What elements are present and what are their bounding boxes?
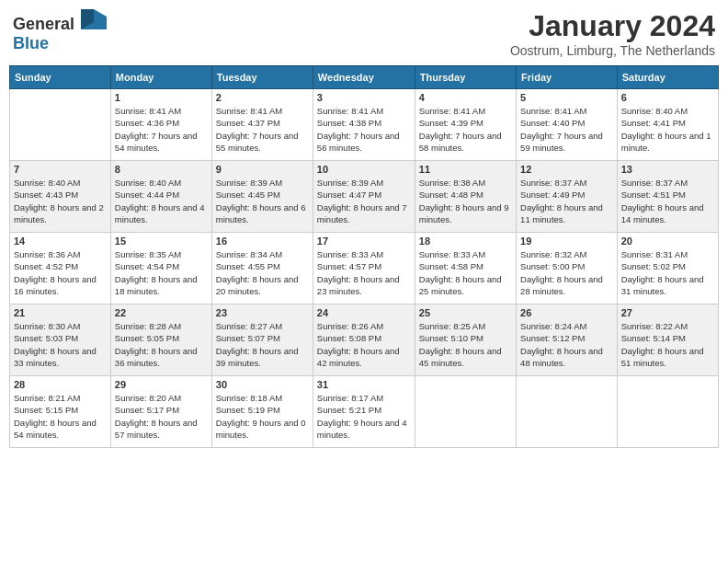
day-info: Sunrise: 8:28 AMSunset: 5:05 PMDaylight:… — [115, 320, 208, 369]
day-info: Sunrise: 8:30 AMSunset: 5:03 PMDaylight:… — [14, 320, 107, 369]
logo-text: General Blue — [13, 9, 107, 53]
calendar-cell: 3Sunrise: 8:41 AMSunset: 4:38 PMDaylight… — [313, 89, 415, 161]
calendar-cell: 26Sunrise: 8:24 AMSunset: 5:12 PMDayligh… — [517, 304, 618, 376]
calendar-cell — [415, 376, 516, 448]
day-info: Sunrise: 8:21 AMSunset: 5:15 PMDaylight:… — [14, 392, 107, 441]
calendar-header-saturday: Saturday — [617, 66, 718, 89]
calendar-week-row: 28Sunrise: 8:21 AMSunset: 5:15 PMDayligh… — [10, 376, 719, 448]
calendar-header-wednesday: Wednesday — [313, 66, 415, 89]
calendar-cell: 21Sunrise: 8:30 AMSunset: 5:03 PMDayligh… — [10, 304, 111, 376]
day-number: 12 — [520, 164, 613, 175]
day-info: Sunrise: 8:35 AMSunset: 4:54 PMDaylight:… — [115, 248, 208, 297]
day-info: Sunrise: 8:18 AMSunset: 5:19 PMDaylight:… — [216, 392, 309, 441]
calendar-cell: 7Sunrise: 8:40 AMSunset: 4:43 PMDaylight… — [10, 161, 111, 233]
calendar-cell: 18Sunrise: 8:33 AMSunset: 4:58 PMDayligh… — [415, 233, 516, 304]
day-info: Sunrise: 8:39 AMSunset: 4:45 PMDaylight:… — [216, 177, 309, 225]
logo: General Blue — [13, 9, 107, 53]
day-number: 21 — [14, 307, 107, 318]
location: Oostrum, Limburg, The Netherlands — [510, 43, 715, 58]
calendar-cell: 28Sunrise: 8:21 AMSunset: 5:15 PMDayligh… — [10, 376, 111, 448]
calendar-cell: 5Sunrise: 8:41 AMSunset: 4:40 PMDaylight… — [517, 89, 618, 161]
day-info: Sunrise: 8:38 AMSunset: 4:48 PMDaylight:… — [419, 177, 512, 225]
day-info: Sunrise: 8:34 AMSunset: 4:55 PMDaylight:… — [216, 248, 309, 297]
day-number: 14 — [14, 236, 107, 247]
day-number: 25 — [419, 307, 512, 318]
day-info: Sunrise: 8:22 AMSunset: 5:14 PMDaylight:… — [621, 320, 714, 369]
day-info: Sunrise: 8:31 AMSunset: 5:02 PMDaylight:… — [621, 248, 714, 297]
page-header: General Blue January 2024 Oostrum, Limbu… — [9, 9, 719, 58]
day-info: Sunrise: 8:27 AMSunset: 5:07 PMDaylight:… — [216, 320, 309, 369]
day-number: 23 — [216, 307, 309, 318]
calendar-header-thursday: Thursday — [415, 66, 516, 89]
calendar-cell: 23Sunrise: 8:27 AMSunset: 5:07 PMDayligh… — [211, 304, 313, 376]
calendar-header-monday: Monday — [110, 66, 211, 89]
day-info: Sunrise: 8:41 AMSunset: 4:37 PMDaylight:… — [216, 105, 309, 154]
calendar-cell: 20Sunrise: 8:31 AMSunset: 5:02 PMDayligh… — [617, 233, 718, 304]
day-number: 31 — [317, 379, 411, 390]
calendar-week-row: 14Sunrise: 8:36 AMSunset: 4:52 PMDayligh… — [10, 233, 719, 304]
calendar-cell: 2Sunrise: 8:41 AMSunset: 4:37 PMDaylight… — [211, 89, 313, 161]
day-info: Sunrise: 8:40 AMSunset: 4:43 PMDaylight:… — [14, 177, 107, 225]
day-info: Sunrise: 8:33 AMSunset: 4:58 PMDaylight:… — [419, 248, 512, 297]
calendar-week-row: 1Sunrise: 8:41 AMSunset: 4:36 PMDaylight… — [10, 89, 719, 161]
calendar-cell: 9Sunrise: 8:39 AMSunset: 4:45 PMDaylight… — [211, 161, 313, 233]
calendar-cell: 25Sunrise: 8:25 AMSunset: 5:10 PMDayligh… — [415, 304, 516, 376]
day-number: 20 — [621, 236, 714, 247]
calendar-cell: 11Sunrise: 8:38 AMSunset: 4:48 PMDayligh… — [415, 161, 516, 233]
calendar-header-sunday: Sunday — [10, 66, 111, 89]
calendar-cell — [517, 376, 618, 448]
day-info: Sunrise: 8:32 AMSunset: 5:00 PMDaylight:… — [520, 248, 613, 297]
day-number: 30 — [216, 379, 309, 390]
calendar-cell: 24Sunrise: 8:26 AMSunset: 5:08 PMDayligh… — [313, 304, 415, 376]
day-info: Sunrise: 8:41 AMSunset: 4:39 PMDaylight:… — [419, 105, 512, 154]
day-number: 16 — [216, 236, 309, 247]
day-number: 5 — [520, 92, 613, 103]
day-number: 28 — [14, 379, 107, 390]
title-section: January 2024 Oostrum, Limburg, The Nethe… — [510, 9, 715, 58]
calendar-cell: 4Sunrise: 8:41 AMSunset: 4:39 PMDaylight… — [415, 89, 516, 161]
day-number: 3 — [317, 92, 411, 103]
day-number: 2 — [216, 92, 309, 103]
calendar-cell: 10Sunrise: 8:39 AMSunset: 4:47 PMDayligh… — [313, 161, 415, 233]
day-info: Sunrise: 8:40 AMSunset: 4:41 PMDaylight:… — [621, 105, 714, 154]
calendar-cell: 13Sunrise: 8:37 AMSunset: 4:51 PMDayligh… — [617, 161, 718, 233]
day-info: Sunrise: 8:24 AMSunset: 5:12 PMDaylight:… — [520, 320, 613, 369]
day-number: 24 — [317, 307, 411, 318]
day-number: 11 — [419, 164, 512, 175]
calendar-table: SundayMondayTuesdayWednesdayThursdayFrid… — [9, 65, 719, 448]
calendar-cell: 22Sunrise: 8:28 AMSunset: 5:05 PMDayligh… — [110, 304, 211, 376]
calendar-header-row: SundayMondayTuesdayWednesdayThursdayFrid… — [10, 66, 719, 89]
calendar-cell: 16Sunrise: 8:34 AMSunset: 4:55 PMDayligh… — [211, 233, 313, 304]
day-info: Sunrise: 8:41 AMSunset: 4:36 PMDaylight:… — [115, 105, 208, 154]
day-number: 29 — [115, 379, 208, 390]
calendar-cell: 30Sunrise: 8:18 AMSunset: 5:19 PMDayligh… — [211, 376, 313, 448]
day-number: 8 — [115, 164, 208, 175]
day-info: Sunrise: 8:33 AMSunset: 4:57 PMDaylight:… — [317, 248, 411, 297]
day-info: Sunrise: 8:41 AMSunset: 4:38 PMDaylight:… — [317, 105, 411, 154]
calendar-cell: 29Sunrise: 8:20 AMSunset: 5:17 PMDayligh… — [110, 376, 211, 448]
day-number: 6 — [621, 92, 714, 103]
day-info: Sunrise: 8:37 AMSunset: 4:51 PMDaylight:… — [621, 177, 714, 225]
calendar-cell: 1Sunrise: 8:41 AMSunset: 4:36 PMDaylight… — [110, 89, 211, 161]
calendar-week-row: 21Sunrise: 8:30 AMSunset: 5:03 PMDayligh… — [10, 304, 719, 376]
calendar-cell: 12Sunrise: 8:37 AMSunset: 4:49 PMDayligh… — [517, 161, 618, 233]
day-number: 22 — [115, 307, 208, 318]
calendar-cell: 27Sunrise: 8:22 AMSunset: 5:14 PMDayligh… — [617, 304, 718, 376]
day-number: 26 — [520, 307, 613, 318]
day-number: 10 — [317, 164, 411, 175]
day-info: Sunrise: 8:39 AMSunset: 4:47 PMDaylight:… — [317, 177, 411, 225]
day-number: 19 — [520, 236, 613, 247]
day-info: Sunrise: 8:20 AMSunset: 5:17 PMDaylight:… — [115, 392, 208, 441]
calendar-header-friday: Friday — [517, 66, 618, 89]
day-info: Sunrise: 8:26 AMSunset: 5:08 PMDaylight:… — [317, 320, 411, 369]
day-number: 15 — [115, 236, 208, 247]
calendar-cell: 15Sunrise: 8:35 AMSunset: 4:54 PMDayligh… — [110, 233, 211, 304]
day-number: 18 — [419, 236, 512, 247]
day-number: 13 — [621, 164, 714, 175]
day-number: 7 — [14, 164, 107, 175]
day-info: Sunrise: 8:41 AMSunset: 4:40 PMDaylight:… — [520, 105, 613, 154]
calendar-cell — [10, 89, 111, 161]
month-title: January 2024 — [510, 9, 715, 43]
logo-blue: Blue — [13, 34, 49, 52]
day-info: Sunrise: 8:36 AMSunset: 4:52 PMDaylight:… — [14, 248, 107, 297]
